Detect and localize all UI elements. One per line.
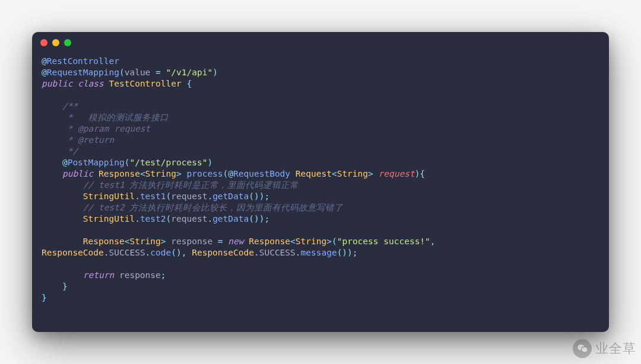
code-token: code <box>150 248 171 257</box>
code-token: < <box>140 169 145 178</box>
code-token: value <box>125 68 156 77</box>
code-token: Request <box>296 169 332 178</box>
code-token: , <box>430 237 440 246</box>
code-window: @RestController @RequestMapping(value = … <box>32 32 609 332</box>
code-token: SUCCESS <box>259 248 296 257</box>
code-token: /** <box>62 101 78 111</box>
code-token: response <box>171 237 218 246</box>
code-token: >( <box>326 237 337 246</box>
code-token: @ <box>228 169 233 178</box>
code-token: (), <box>171 248 192 257</box>
code-token: public class <box>42 79 109 88</box>
code-token: ; <box>161 270 166 280</box>
code-token: . <box>135 191 140 201</box>
code-token: request <box>171 191 207 201</box>
code-token: RequestMapping <box>47 68 119 77</box>
titlebar <box>32 32 609 53</box>
wechat-icon <box>573 339 592 358</box>
code-token: ResponseCode <box>42 248 104 257</box>
code-token: ( <box>223 169 229 178</box>
code-token: @ <box>62 158 68 167</box>
code-token: ( <box>119 68 125 77</box>
code-block: @RestController @RequestMapping(value = … <box>32 53 609 313</box>
code-token: StringUtil <box>83 214 135 223</box>
code-token: request <box>171 214 207 223</box>
code-token <box>161 68 166 77</box>
code-token: @ <box>42 68 47 77</box>
code-token: return <box>83 270 119 280</box>
code-token: TestController <box>109 79 187 88</box>
code-token: StringUtil <box>83 191 135 201</box>
code-token: String <box>296 237 326 246</box>
code-token: public <box>62 169 99 178</box>
code-token: String <box>145 169 176 178</box>
zoom-icon[interactable] <box>64 39 71 46</box>
code-token: ()); <box>249 191 269 201</box>
code-token: Response <box>249 237 290 246</box>
code-token: test2 <box>140 214 166 223</box>
code-token: ){ <box>415 169 425 178</box>
code-token: "/test/process" <box>129 158 207 167</box>
code-token: Response <box>83 237 125 246</box>
code-token: > <box>368 169 378 178</box>
watermark: 业全草 <box>573 339 636 358</box>
code-token: String <box>129 237 160 246</box>
code-token: test1 <box>140 191 166 201</box>
code-token: @ <box>42 56 47 66</box>
code-token: > <box>176 169 186 178</box>
stage: @RestController @RequestMapping(value = … <box>0 0 641 364</box>
code-token: process <box>186 169 223 178</box>
code-token: * 模拟的测试服务接口 <box>62 113 169 122</box>
code-token: message <box>301 248 337 257</box>
code-token: ( <box>166 191 172 201</box>
code-token: ) <box>207 158 212 167</box>
code-token: RequestBody <box>233 169 296 178</box>
code-token: . <box>254 248 259 257</box>
code-token: getData <box>212 214 249 223</box>
minimize-icon[interactable] <box>52 39 59 46</box>
code-token: response <box>119 270 161 280</box>
code-token: ResponseCode <box>192 248 254 257</box>
code-token: > <box>161 237 171 246</box>
code-token: . <box>207 191 212 201</box>
code-token: { <box>186 79 192 88</box>
code-token: . <box>135 214 140 223</box>
code-token: String <box>337 169 368 178</box>
code-token: * @param request <box>62 124 150 133</box>
code-token: } <box>42 293 47 302</box>
code-token: // test1 方法执行时耗时是正常，里面代码逻辑正常 <box>83 180 299 190</box>
code-token: * @return <box>62 135 114 145</box>
close-icon[interactable] <box>40 39 47 46</box>
code-token: RestController <box>47 56 119 66</box>
code-token: "/v1/api" <box>166 68 213 77</box>
code-token: getData <box>212 191 249 201</box>
code-token: ) <box>212 68 218 77</box>
code-token: = <box>156 68 161 77</box>
code-token: ()); <box>337 248 358 257</box>
code-token: . <box>207 214 212 223</box>
code-token: < <box>290 237 296 246</box>
code-token: Response <box>99 169 140 178</box>
code-token: PostMapping <box>68 158 125 167</box>
code-token: new <box>228 237 249 246</box>
code-token: < <box>332 169 337 178</box>
code-token: . <box>296 248 301 257</box>
watermark-text: 业全草 <box>595 340 636 357</box>
code-token: SUCCESS <box>109 248 145 257</box>
code-token: ()); <box>249 214 269 223</box>
code-token: } <box>62 282 68 291</box>
code-token: */ <box>62 146 78 156</box>
code-token: ( <box>166 214 172 223</box>
code-token: request <box>379 169 415 178</box>
code-token: = <box>218 237 223 246</box>
code-token: "process success!" <box>337 237 430 246</box>
code-token: // test2 方法执行时耗时会比较长，因为里面有代码故意写错了 <box>83 203 344 212</box>
code-token: . <box>104 248 109 257</box>
